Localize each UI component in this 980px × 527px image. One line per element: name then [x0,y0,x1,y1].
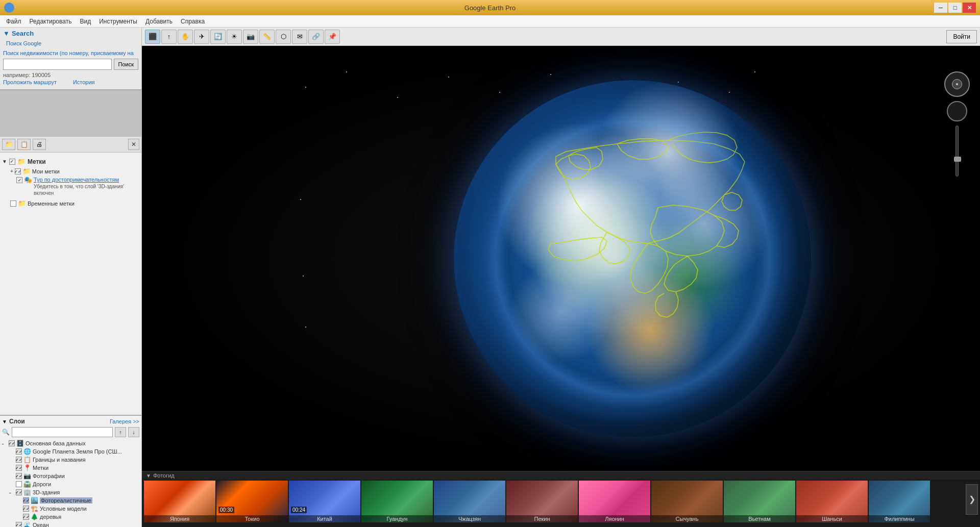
star-2 [346,71,347,72]
history-link[interactable]: История [73,79,95,85]
places-add-button[interactable]: 📁 [2,139,15,150]
tool-pan[interactable]: ↑ [161,30,177,44]
login-button[interactable]: Войти [946,30,977,43]
layer-cb-6[interactable]: ✓ [16,489,22,495]
layers-triangle: ▼ [2,419,7,424]
tool-camera[interactable]: 📷 [243,30,258,44]
search-input[interactable] [3,59,112,70]
layer-cb-2[interactable]: ✓ [16,457,22,463]
layer-expand-0[interactable]: - [2,441,7,446]
layer-expand-6[interactable]: - [9,490,14,495]
photo-china-duration: 00:24 [291,507,307,513]
tool-ruler[interactable]: 📏 [259,30,275,44]
layer-borders: ✓ 📋 Границы и названия [2,456,139,464]
zoom-thumb[interactable] [954,157,961,162]
layers-title: Слои [9,418,25,425]
metki-checkbox[interactable]: ✓ [9,159,15,165]
layer-cb-3[interactable]: ✓ [16,465,22,471]
places-close-button[interactable]: ✕ [128,139,139,150]
layer-cb-0[interactable]: ✓ [9,440,15,446]
layer-cb-10[interactable]: ✓ [16,522,22,527]
tab-google[interactable]: Поиск Google [3,39,44,47]
photo-china-caption: Китай [289,515,360,522]
close-button[interactable]: ✕ [963,3,976,13]
menu-add[interactable]: Добавить [141,17,177,26]
places-section: ▼ ✓ 📁 Метки + ✓ 📁 Мои метки ✓ 🎭 Тур по д… [0,155,141,415]
layers-search: 🔍 ↑ ↓ [2,427,139,437]
photo-shansi[interactable]: Шаньси [796,481,868,522]
places-print-button[interactable]: 🖨 [33,139,46,150]
tool-hand[interactable]: ✋ [178,30,193,44]
menu-view[interactable]: Вид [76,17,95,26]
layers-down-button[interactable]: ↓ [128,427,139,437]
layer-cb-8[interactable]: ✓ [23,506,29,512]
layer-icon-9: 🌲 [31,513,38,520]
tool-pin[interactable]: 📌 [325,30,340,44]
layers-header: ▼ Слои Галерея >> [2,418,139,425]
photo-beijing[interactable]: Пекин [506,481,578,522]
photo-bar: ▼ Фотогид Япония 00:30 Токио 00:24 Китай… [142,471,980,527]
photo-philippines[interactable]: Филиппины [869,481,930,522]
layers-search-input[interactable] [12,427,113,437]
search-button[interactable]: Поиск [114,59,138,70]
tour-link[interactable]: Тур по достопримечательностям [34,177,119,183]
search-triangle: ▼ [3,30,10,37]
layer-photos: ✓ 📷 Фотографии [2,472,139,480]
compass-ring[interactable] [944,71,970,97]
search-results [0,90,141,136]
maximize-button[interactable]: □ [948,3,962,13]
layer-text-2: Границы и названия [33,457,85,463]
layer-3d-buildings: - ✓ 🏢 3D-здания [2,488,139,496]
photo-tokyo[interactable]: 00:30 Токио [216,481,288,522]
photo-sychuan[interactable]: Сычуань [651,481,723,522]
menu-edit[interactable]: Редактировать [26,17,76,26]
photo-beijing-caption: Пекин [506,515,578,522]
photo-guangdong[interactable]: Гуандун [361,481,433,522]
places-copy-button[interactable]: 📋 [17,139,31,150]
photo-lyaonin[interactable]: Ляонин [579,481,650,522]
layer-cb-5[interactable] [16,481,22,487]
gallery-button[interactable]: Галерея >> [110,418,139,424]
menu-help[interactable]: Справка [177,17,209,26]
layers-up-button[interactable]: ↑ [115,427,126,437]
layer-cb-7[interactable]: ✓ [23,497,29,504]
photo-nav-button[interactable]: ❯ [966,484,978,515]
layer-icon-0: 🗄️ [16,440,24,447]
photo-shansi-caption: Шаньси [796,515,868,522]
photo-vietnam[interactable]: Вьетнам [724,481,795,522]
my-marks-checkbox[interactable]: ✓ [15,168,21,174]
temp-marks-icon: 📁 [18,199,26,207]
layer-text-10: Океан [33,522,49,527]
layer-cb-1[interactable]: ✓ [16,448,22,455]
earth-globe [454,80,811,437]
photo-china[interactable]: 00:24 Китай [289,481,360,522]
minimize-button[interactable]: ─ [934,3,947,13]
layer-text-1: Google Планета Земля Про (СШ... [33,448,122,455]
menu-file[interactable]: Файл [2,17,26,26]
my-marks-expand[interactable]: + [10,168,13,174]
layer-cb-9[interactable]: ✓ [23,514,29,520]
globe-area[interactable] [142,46,980,471]
layer-ocean: ✓ 🌊 Океан [2,521,139,527]
layer-cb-4[interactable]: ✓ [16,473,22,479]
window-title: Google Earth Pro [464,4,516,12]
photo-vietnam-caption: Вьетнам [724,515,795,522]
zoom-track [955,126,959,177]
menu-tools[interactable]: Инструменты [95,17,141,26]
tool-fly[interactable]: ✈ [194,30,209,44]
tool-polygon[interactable]: ⬡ [276,30,291,44]
photo-japan[interactable]: Япония [144,481,215,522]
temp-marks-checkbox[interactable] [10,200,16,207]
tour-checkbox[interactable]: ✓ [16,177,22,183]
layer-icon-5: 🛣️ [23,481,31,488]
tool-rotate[interactable]: 🔄 [210,30,226,44]
photo-chiajdzyan[interactable]: Чжацзян [434,481,505,522]
earth-sphere [454,80,811,437]
nav-tilt-ring[interactable] [947,101,967,121]
tool-sun[interactable]: ☀ [227,30,242,44]
tool-link[interactable]: 🔗 [308,30,324,44]
route-link[interactable]: Проложить маршрут [3,79,57,85]
tool-globe[interactable]: ⬛ [145,30,160,44]
search-links: Проложить маршрут История [3,79,138,85]
tool-mail[interactable]: ✉ [292,30,307,44]
